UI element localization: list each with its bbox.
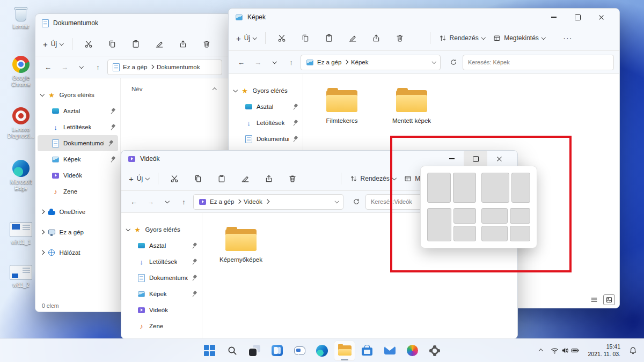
sidebar-quick-access[interactable]: ★ Gyors elérés — [229, 83, 303, 99]
share-button[interactable] — [261, 174, 276, 183]
titlebar[interactable]: Képek — [229, 9, 619, 26]
desktop-icon-microsoft-edge[interactable]: Microsoft Edge — [3, 160, 39, 192]
sidebar-item-asztal[interactable]: Asztal — [229, 99, 303, 115]
snap-layout-left-plus-stacked-right[interactable] — [427, 208, 476, 241]
snap-zone[interactable] — [510, 226, 530, 241]
notifications-button[interactable] — [625, 342, 641, 359]
folder-item-mentett-kepek[interactable]: Mentett képek — [384, 88, 440, 125]
breadcrumb-root[interactable]: Ez a gép — [317, 59, 341, 65]
snap-layout-quad[interactable] — [481, 208, 530, 241]
address-dropdown-icon[interactable] — [334, 199, 339, 203]
breadcrumb-current[interactable]: Képek — [351, 59, 369, 65]
mail-button[interactable] — [379, 341, 400, 361]
forward-button[interactable]: → — [57, 60, 72, 74]
recent-locations-button[interactable] — [74, 60, 89, 74]
up-button[interactable]: ↑ — [91, 60, 105, 74]
share-button[interactable] — [369, 34, 384, 42]
maximize-button[interactable] — [566, 9, 589, 26]
desktop-icon-recycle-bin[interactable]: Lomtár — [3, 5, 39, 30]
cut-button[interactable] — [81, 40, 96, 48]
clock[interactable]: 15:41 2021. 11. 03. — [584, 342, 624, 359]
sidebar-item-videok[interactable]: Videók — [35, 167, 120, 183]
details-view-button[interactable] — [588, 294, 600, 305]
sort-button[interactable]: Rendezés — [439, 34, 485, 42]
desktop-icon-google-chrome[interactable]: Google Chrome — [3, 56, 39, 88]
expander-icon[interactable] — [233, 88, 238, 92]
settings-button[interactable] — [424, 341, 445, 361]
snap-zone[interactable] — [453, 226, 477, 241]
sidebar-item-videok[interactable]: Videók — [121, 302, 202, 318]
expander-icon[interactable] — [40, 230, 45, 234]
widgets-button[interactable] — [266, 341, 288, 361]
sidebar-item-zene[interactable]: ♪ Zene — [121, 318, 202, 334]
close-button[interactable] — [487, 151, 511, 167]
store-button[interactable] — [356, 341, 378, 361]
snap-zone[interactable] — [453, 173, 477, 203]
sidebar-item-asztal[interactable]: Asztal — [121, 238, 202, 254]
expander-icon[interactable] — [126, 227, 130, 231]
snap-layout-two-columns[interactable] — [427, 173, 476, 203]
snap-zone[interactable] — [453, 208, 477, 224]
sidebar-item-ez-a-gep[interactable]: Ez a gép — [35, 224, 120, 240]
snap-zone[interactable] — [427, 173, 451, 203]
more-options-button[interactable]: ··· — [563, 34, 572, 42]
back-button[interactable]: ← — [41, 60, 55, 74]
network-volume-battery-button[interactable] — [547, 342, 583, 359]
new-button[interactable]: + Új — [236, 34, 257, 42]
titlebar[interactable]: Dokumentumok — [35, 14, 231, 32]
rename-button[interactable] — [345, 34, 360, 42]
share-button[interactable] — [175, 40, 191, 48]
snap-zone[interactable] — [511, 173, 530, 203]
address-bar[interactable]: Ez a gép Képek — [301, 55, 441, 70]
breadcrumb-current[interactable]: Videók — [244, 198, 262, 205]
forward-button[interactable]: → — [251, 55, 265, 69]
sidebar-item-dokumentumok[interactable]: Dokumentumok — [229, 131, 303, 147]
recent-locations-button[interactable] — [267, 55, 282, 69]
up-button[interactable]: ↑ — [284, 55, 298, 69]
edge-button[interactable] — [311, 341, 333, 361]
snap-zone[interactable] — [481, 226, 508, 241]
file-explorer-button[interactable] — [334, 341, 355, 361]
column-header-row[interactable]: Név — [121, 78, 231, 92]
maximize-button[interactable] — [464, 151, 487, 167]
sidebar-item-kepek[interactable]: Képek — [121, 286, 202, 302]
sidebar-item-zene[interactable]: ♪ Zene — [35, 183, 120, 200]
sidebar-item-halozat[interactable]: Hálózat — [35, 245, 120, 261]
search-input[interactable] — [463, 55, 614, 70]
breadcrumb-current[interactable]: Dokumentumok — [157, 64, 200, 70]
column-header-name[interactable]: Név — [131, 86, 142, 92]
snap-zone[interactable] — [427, 208, 451, 241]
snap-zone[interactable] — [481, 208, 508, 224]
sidebar-item-letoltesek[interactable]: ↓ Letöltések — [35, 119, 120, 135]
sidebar-item-letoltesek[interactable]: ↓ Letöltések — [229, 115, 303, 131]
tray-overflow-button[interactable] — [536, 342, 546, 359]
copy-button[interactable] — [105, 40, 120, 48]
paste-button[interactable] — [128, 40, 143, 48]
copy-button[interactable] — [191, 174, 206, 183]
refresh-button[interactable] — [446, 55, 460, 69]
address-bar[interactable]: Ez a gép Videók — [193, 194, 343, 210]
back-button[interactable]: ← — [234, 55, 248, 69]
chat-button[interactable] — [289, 341, 310, 361]
folder-item-filmtekercs[interactable]: Filmtekercs — [314, 88, 370, 125]
close-button[interactable] — [589, 9, 613, 26]
cut-button[interactable] — [274, 34, 289, 42]
sidebar-item-onedrive[interactable]: OneDrive — [35, 204, 120, 220]
snap-zone[interactable] — [510, 208, 530, 224]
sidebar-item-dokumentumok[interactable]: Dokumentumok — [38, 135, 118, 151]
folder-item-kepernyokepek[interactable]: Képernyőképek — [213, 227, 269, 264]
copy-button[interactable] — [298, 34, 313, 42]
sidebar-quick-access[interactable]: ★ Gyors elérés — [35, 87, 120, 103]
sidebar-item-asztal[interactable]: Asztal — [35, 103, 120, 119]
expander-icon[interactable] — [40, 250, 45, 255]
sidebar-item-letoltesek[interactable]: ↓ Letöltések — [121, 254, 202, 270]
sidebar-item-dokumentumok[interactable]: Dokumentumok — [121, 270, 202, 286]
paste-button[interactable] — [214, 174, 229, 183]
new-button[interactable]: + Új — [43, 40, 63, 48]
minimize-button[interactable] — [542, 9, 566, 26]
desktop-icon-win11-1[interactable]: win11_1 — [3, 222, 39, 246]
recent-locations-button[interactable] — [160, 195, 174, 209]
paste-button[interactable] — [321, 34, 336, 42]
address-dropdown-icon[interactable] — [431, 60, 436, 64]
start-button[interactable] — [199, 341, 220, 361]
